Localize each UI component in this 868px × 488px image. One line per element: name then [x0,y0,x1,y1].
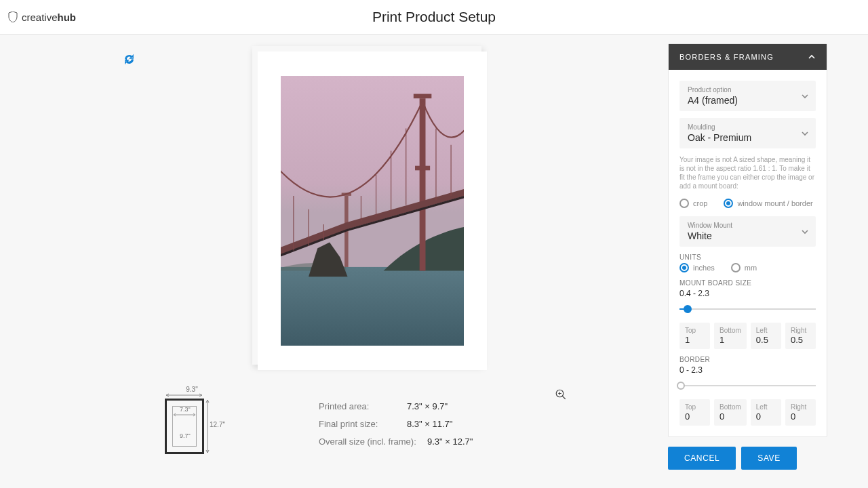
page-title: Print Product Setup [372,9,496,25]
radio-label: crop [693,199,707,207]
app-header: creativehub Print Product Setup [0,0,868,35]
aspect-ratio-note: Your image is not A sized shape, meaning… [679,155,816,190]
border-range: 0 - 2.3 [679,365,816,375]
refresh-button[interactable] [123,54,135,65]
shield-icon [8,12,18,22]
frame-mount [258,52,487,370]
save-button[interactable]: SAVE [741,447,797,470]
border-top-input[interactable]: Top0 [679,399,710,426]
brand-text: creativehub [22,12,76,23]
chevron-down-icon [801,228,809,236]
diagram-width-inner: 7.3" [180,406,191,413]
mount-size-range: 0.4 - 2.3 [679,289,816,298]
dropdown-value: A4 (framed) [688,95,808,106]
diagram-height-inner: 9.7" [180,432,191,439]
arrow-icon [205,399,210,454]
crop-radio[interactable]: crop [679,199,707,208]
refresh-icon [123,54,135,65]
printed-area-label: Printed area: [319,398,400,415]
preview-area: 9.3" 7.3" 9.7" 12.7" Printed area:7.3" ×… [0,35,668,488]
radio-label: window mount / border [737,199,812,207]
size-specs: Printed area:7.3" × 9.7" Final print siz… [319,398,473,451]
artwork-image [281,76,464,346]
panel-header[interactable]: BORDERS & FRAMING [669,44,827,70]
arrow-icon [172,413,197,417]
brand-logo[interactable]: creativehub [8,12,76,23]
svg-rect-7 [414,94,432,99]
window-mount-dropdown[interactable]: Window Mount White [679,216,816,247]
magnifier-plus-icon [555,388,567,401]
dropdown-value: Oak - Premium [688,132,808,143]
arrow-icon [165,393,205,397]
printed-area-value: 7.3" × 9.7" [407,398,448,415]
diagram-width-outer: 9.3" [175,386,209,393]
mount-top-input[interactable]: Top1 [679,323,710,349]
border-left-input[interactable]: Left0 [751,399,781,426]
dropdown-label: Window Mount [688,222,808,229]
svg-line-21 [562,396,566,399]
mount-left-input[interactable]: Left0.5 [751,323,781,349]
units-mm-radio[interactable]: mm [731,263,757,272]
dropdown-value: White [688,230,808,241]
border-slider[interactable] [679,380,816,391]
mount-size-slider[interactable] [679,304,816,314]
dropdown-label: Moulding [688,123,808,131]
moulding-dropdown[interactable]: Moulding Oak - Premium [679,118,816,148]
frame-preview [252,46,481,365]
zoom-button[interactable] [555,388,567,401]
settings-panel: BORDERS & FRAMING Product option A4 (fra… [668,43,827,488]
window-mount-radio[interactable]: window mount / border [724,199,812,208]
panel-title: BORDERS & FRAMING [679,53,774,61]
final-size-label: Final print size: [319,415,400,433]
mount-right-input[interactable]: Right0.5 [785,323,816,349]
chevron-down-icon [801,92,809,100]
svg-rect-8 [415,166,430,171]
diagram-height-outer: 12.7" [210,421,225,428]
overall-size-label: Overall size (incl. frame): [319,433,420,451]
product-option-dropdown[interactable]: Product option A4 (framed) [679,81,816,111]
border-right-input[interactable]: Right0 [785,399,816,426]
chevron-down-icon [801,129,809,138]
units-inches-radio[interactable]: inches [679,263,715,272]
svg-rect-6 [420,98,426,270]
dropdown-label: Product option [688,86,808,94]
chevron-up-icon [808,53,816,61]
mount-bottom-input[interactable]: Bottom1 [714,323,747,349]
final-size-value: 8.3" × 11.7" [407,415,452,433]
border-bottom-input[interactable]: Bottom0 [714,399,747,426]
cancel-button[interactable]: CANCEL [668,447,736,470]
units-label: UNITS [679,253,816,261]
svg-rect-5 [281,267,464,346]
radio-label: mm [745,264,757,272]
radio-label: inches [693,264,715,272]
mount-size-label: MOUNT BOARD SIZE [679,279,816,287]
border-label: BORDER [679,356,816,363]
overall-size-value: 9.3" × 12.7" [427,433,473,451]
